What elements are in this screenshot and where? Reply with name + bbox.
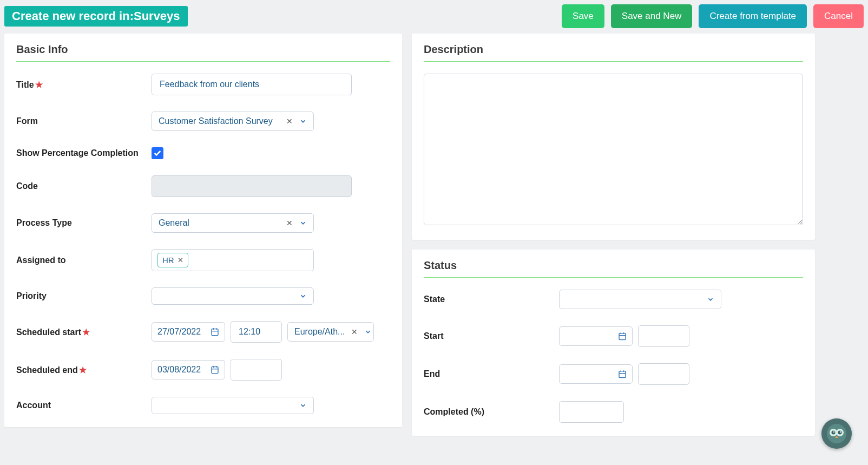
code-label: Code	[16, 181, 152, 191]
title-label: Title★	[16, 80, 152, 90]
form-select[interactable]: Customer Satisfaction Survey ✕	[152, 112, 314, 131]
priority-select[interactable]	[152, 287, 314, 305]
end-time-input[interactable]	[638, 363, 689, 385]
scheduled-end-date-input[interactable]	[157, 365, 206, 375]
basic-info-heading: Basic Info	[16, 43, 390, 62]
scheduled-start-date[interactable]	[152, 322, 225, 342]
chevron-down-icon[interactable]	[299, 219, 307, 227]
calendar-icon[interactable]	[618, 370, 627, 378]
code-input	[152, 175, 352, 197]
chevron-down-icon[interactable]	[299, 402, 307, 409]
svg-rect-0	[212, 329, 218, 336]
priority-label: Priority	[16, 291, 152, 301]
state-select[interactable]	[559, 290, 721, 309]
start-date-input[interactable]	[565, 331, 614, 341]
svg-point-21	[833, 431, 834, 433]
description-panel: Description	[412, 34, 815, 240]
timezone-clear-icon[interactable]: ✕	[349, 328, 360, 336]
svg-point-19	[832, 431, 836, 435]
form-label: Form	[16, 116, 152, 126]
start-time-input[interactable]	[638, 325, 689, 347]
calendar-icon[interactable]	[618, 332, 627, 340]
completed-input[interactable]	[559, 401, 624, 423]
start-date[interactable]	[559, 326, 633, 346]
title-input[interactable]	[152, 74, 352, 95]
show-percentage-label: Show Percentage Completion	[16, 148, 152, 158]
process-type-select[interactable]: General ✕	[152, 213, 314, 233]
svg-rect-8	[619, 333, 626, 340]
start-label: Start	[424, 331, 559, 341]
calendar-icon[interactable]	[211, 365, 219, 374]
process-type-clear-icon[interactable]: ✕	[284, 219, 295, 227]
end-date-input[interactable]	[565, 369, 614, 379]
scheduled-end-time-input[interactable]	[231, 359, 282, 381]
process-type-label: Process Type	[16, 218, 152, 228]
status-panel: Status State Start	[412, 250, 815, 436]
scheduled-end-label: Scheduled end★	[16, 365, 152, 375]
create-from-template-button[interactable]: Create from template	[699, 4, 807, 28]
scheduled-start-date-input[interactable]	[157, 327, 206, 337]
chevron-down-icon[interactable]	[707, 296, 714, 303]
chevron-down-icon[interactable]	[364, 328, 372, 336]
assigned-tag-remove-icon[interactable]: ✕	[177, 256, 183, 264]
end-label: End	[424, 369, 559, 379]
show-percentage-checkbox[interactable]	[152, 147, 163, 159]
svg-rect-12	[619, 371, 626, 378]
account-select[interactable]	[152, 397, 314, 414]
completed-label: Completed (%)	[424, 407, 559, 417]
account-label: Account	[16, 401, 152, 410]
svg-point-22	[840, 431, 841, 433]
svg-rect-4	[212, 367, 218, 374]
help-owl-button[interactable]	[821, 418, 852, 449]
description-heading: Description	[424, 43, 803, 62]
page-title: Create new record in:Surveys	[4, 6, 188, 27]
basic-info-panel: Basic Info Title★ Form Customer Satisfac…	[4, 34, 402, 427]
cancel-button[interactable]: Cancel	[813, 4, 864, 28]
form-clear-icon[interactable]: ✕	[284, 117, 295, 126]
state-label: State	[424, 294, 559, 304]
chevron-down-icon[interactable]	[299, 117, 307, 125]
svg-point-20	[838, 431, 842, 435]
assigned-to-label: Assigned to	[16, 256, 152, 265]
scheduled-start-label: Scheduled start★	[16, 327, 152, 337]
scheduled-start-time-input[interactable]	[231, 321, 282, 343]
chevron-down-icon[interactable]	[299, 292, 307, 300]
status-heading: Status	[424, 259, 803, 278]
action-button-group: Save Save and New Create from template C…	[562, 4, 864, 28]
calendar-icon[interactable]	[211, 328, 219, 336]
end-date[interactable]	[559, 364, 633, 384]
scheduled-end-date[interactable]	[152, 360, 225, 379]
assigned-to-input[interactable]: HR ✕	[152, 249, 314, 271]
assigned-tag: HR ✕	[157, 253, 188, 267]
save-and-new-button[interactable]: Save and New	[611, 4, 693, 28]
description-textarea[interactable]	[424, 74, 803, 225]
save-button[interactable]: Save	[562, 4, 604, 28]
timezone-select[interactable]: Europe/Ath... ✕	[287, 322, 374, 342]
